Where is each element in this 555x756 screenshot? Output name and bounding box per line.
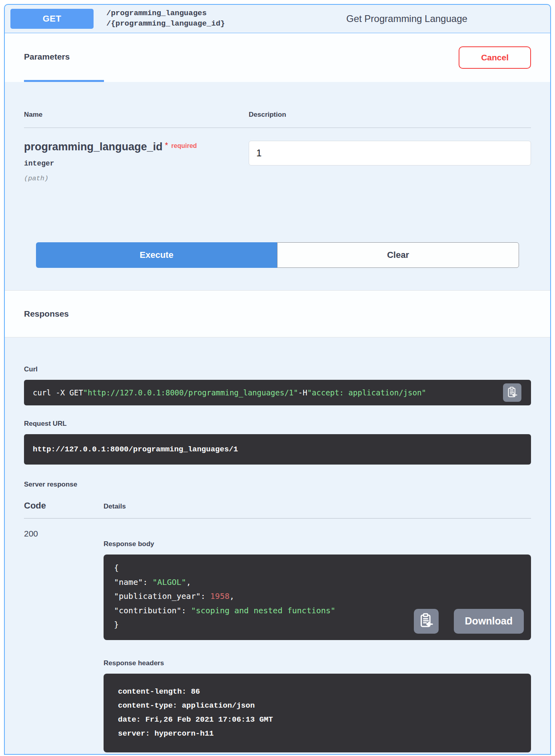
required-label: required: [171, 142, 197, 149]
request-url-label: Request URL: [24, 420, 531, 428]
parameter-row: programming_language_id*required integer…: [24, 128, 531, 182]
parameters-section-header: Parameters Cancel: [5, 33, 550, 82]
curl-command-block: curl -X GET "http://127.0.0.1:8000/progr…: [24, 380, 531, 405]
request-url-block: http://127.0.0.1:8000/programming_langua…: [24, 434, 531, 465]
parameter-location: (path): [24, 175, 249, 182]
clear-button[interactable]: Clear: [277, 242, 519, 268]
column-header-details: Details: [104, 503, 531, 511]
status-code: 200: [24, 529, 104, 752]
endpoint-path-line1: /programming_languages: [106, 8, 346, 19]
parameter-value-input[interactable]: [249, 141, 531, 166]
parameter-type: integer: [24, 160, 249, 168]
response-body-label: Response body: [104, 540, 531, 548]
responses-body: Curl curl -X GET "http://127.0.0.1:8000/…: [5, 365, 550, 755]
copy-response-button[interactable]: [414, 609, 439, 634]
response-body-block: { "name": "ALGOL", "publication_year": 1…: [104, 555, 531, 640]
responses-title: Responses: [24, 309, 69, 319]
endpoint-card: GET /programming_languages /{programming…: [4, 4, 551, 755]
download-button[interactable]: Download: [454, 609, 524, 634]
clipboard-copy-icon: [418, 612, 434, 630]
endpoint-path-line2: /{programming_language_id}: [106, 19, 346, 29]
parameters-body: Name Description programming_language_id…: [5, 111, 550, 290]
parameter-name-cell: programming_language_id*required integer…: [24, 141, 249, 182]
clipboard-copy-icon: [506, 386, 518, 399]
parameter-value-cell: [249, 141, 531, 182]
column-header-description: Description: [249, 111, 531, 119]
execute-button[interactable]: Execute: [36, 242, 277, 268]
endpoint-summary-text: Get Programming Language: [346, 13, 467, 24]
cancel-button[interactable]: Cancel: [459, 46, 531, 69]
server-response-row: 200 Response body { "name": "ALGOL", "pu…: [24, 519, 531, 752]
swagger-page: GET /programming_languages /{programming…: [0, 0, 555, 755]
execute-row: Execute Clear: [36, 242, 519, 268]
response-headers-label: Response headers: [104, 659, 531, 667]
server-response-label: Server response: [24, 481, 531, 489]
response-body-actions: Download: [414, 609, 524, 634]
endpoint-summary-header[interactable]: GET /programming_languages /{programming…: [5, 5, 550, 33]
column-header-name: Name: [24, 111, 249, 119]
http-method-badge[interactable]: GET: [10, 9, 94, 29]
column-header-code: Code: [24, 501, 104, 511]
parameter-name: programming_language_id: [24, 141, 163, 153]
endpoint-path[interactable]: /programming_languages /{programming_lan…: [106, 8, 346, 29]
responses-section-header: Responses: [5, 290, 550, 337]
response-details-cell: Response body { "name": "ALGOL", "public…: [104, 529, 531, 752]
server-response-table-header: Code Details: [24, 501, 531, 519]
curl-label: Curl: [24, 365, 531, 373]
response-headers-block: content-length: 86content-type: applicat…: [104, 674, 531, 752]
copy-curl-button[interactable]: [503, 383, 521, 402]
tab-parameters[interactable]: Parameters: [24, 33, 104, 82]
required-asterisk: *: [165, 141, 168, 150]
parameters-table-header: Name Description: [24, 111, 531, 128]
